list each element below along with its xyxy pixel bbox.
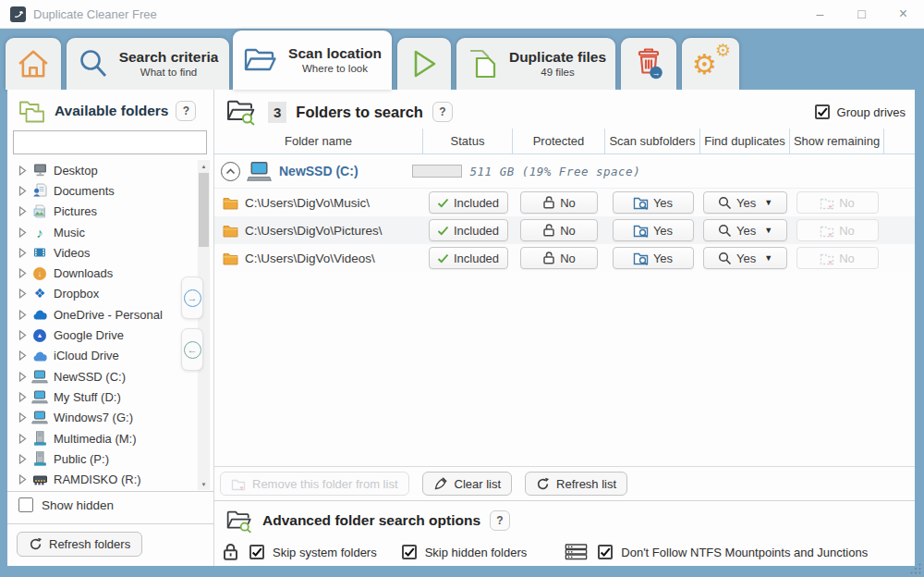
- protected-button[interactable]: No: [520, 219, 598, 241]
- refresh-list-button[interactable]: Refresh list: [525, 472, 627, 496]
- remove-folder-from-list-button[interactable]: ←: [181, 328, 203, 371]
- main-title: Folders to search: [296, 104, 423, 121]
- protected-button[interactable]: No: [520, 191, 598, 214]
- tree-item-downloads[interactable]: ↓ Downloads: [11, 263, 196, 283]
- expand-caret-icon[interactable]: [18, 310, 27, 320]
- skip-system-folders-checkbox[interactable]: [249, 545, 264, 559]
- show-remaining-button: No: [796, 191, 879, 214]
- tab-search-criteria[interactable]: Search criteriaWhat to find: [67, 38, 229, 90]
- column-protected[interactable]: Protected: [513, 129, 605, 153]
- expand-caret-icon[interactable]: [18, 248, 27, 258]
- tree-scrollbar[interactable]: ▲ ▼: [198, 160, 210, 490]
- scroll-up-arrow[interactable]: ▲: [198, 160, 210, 172]
- expand-caret-icon[interactable]: [18, 206, 27, 216]
- tree-item-ramdisko-r[interactable]: RAMDISKO (R:): [11, 469, 196, 489]
- tab-duplicate-files[interactable]: Duplicate files49 files: [456, 38, 615, 90]
- find-duplicates-dropdown[interactable]: Yes▼: [703, 219, 787, 241]
- table-row[interactable]: C:\Users\DigVo\Videos\ Included No Yes Y…: [214, 244, 915, 272]
- expand-caret-icon[interactable]: [18, 474, 27, 485]
- expand-caret-icon[interactable]: [18, 268, 27, 278]
- expand-caret-icon[interactable]: [18, 227, 27, 238]
- tab-label: Search criteria: [119, 49, 219, 66]
- tab-removal[interactable]: →: [621, 38, 676, 90]
- ntfs-mountpoints-checkbox[interactable]: [598, 545, 613, 559]
- scroll-down-arrow[interactable]: ▼: [198, 478, 210, 490]
- skip-hidden-folders-checkbox[interactable]: [402, 545, 417, 559]
- tree-item-multimedia-m[interactable]: Multimedia (M:): [11, 428, 196, 448]
- expand-caret-icon[interactable]: [18, 330, 27, 340]
- group-drives-checkbox[interactable]: [815, 104, 830, 119]
- find-duplicates-dropdown[interactable]: Yes▼: [703, 191, 787, 214]
- status-button[interactable]: Included: [429, 247, 508, 269]
- find-duplicates-dropdown[interactable]: Yes▼: [703, 247, 787, 269]
- tab-home[interactable]: [6, 38, 61, 90]
- tree-item-windows7-g[interactable]: Windows7 (G:): [11, 408, 196, 428]
- refresh-folders-button[interactable]: Refresh folders: [17, 532, 142, 557]
- folder-filter-input[interactable]: [13, 130, 207, 154]
- tree-item-newssd-c[interactable]: NewSSD (C:): [11, 366, 196, 387]
- tree-item-pictures[interactable]: Pictures: [11, 202, 196, 222]
- column-status[interactable]: Status: [423, 129, 513, 153]
- expand-caret-icon[interactable]: [18, 454, 27, 464]
- column-scan-subfolders[interactable]: Scan subfolders: [605, 129, 700, 153]
- divider: [7, 523, 213, 524]
- app-icon: [10, 6, 26, 22]
- clear-list-button[interactable]: Clear list: [422, 472, 513, 496]
- refresh-icon: [536, 477, 550, 491]
- tree-item-desktop[interactable]: Desktop: [11, 160, 196, 180]
- protected-button[interactable]: No: [520, 247, 598, 269]
- tab-settings[interactable]: ⚙ ⚙: [682, 38, 739, 90]
- tree-item-music[interactable]: ♪ Music: [11, 222, 196, 242]
- maximize-button[interactable]: □: [841, 6, 882, 21]
- tab-sublabel: What to find: [140, 67, 197, 79]
- table-row[interactable]: C:\Users\DigVo\Pictures\ Included No Yes…: [214, 216, 915, 244]
- show-hidden-checkbox[interactable]: [18, 497, 33, 512]
- check-icon: [437, 253, 449, 264]
- expand-caret-icon[interactable]: [18, 372, 27, 382]
- status-button[interactable]: Included: [429, 191, 508, 214]
- onedrive-icon: [31, 308, 48, 321]
- title-bar: Duplicate Cleaner Free – □ ×: [0, 0, 924, 29]
- expand-caret-icon[interactable]: [18, 412, 27, 423]
- close-button[interactable]: ×: [882, 6, 924, 22]
- scan-subfolders-button[interactable]: Yes: [613, 219, 694, 241]
- tab-scan-location[interactable]: Scan locationWhere to look: [233, 31, 392, 90]
- expand-caret-icon[interactable]: [18, 434, 27, 444]
- search-icon: [718, 224, 732, 238]
- expand-caret-icon[interactable]: [18, 350, 27, 361]
- documents-icon: [31, 183, 48, 198]
- scrollbar-thumb[interactable]: [199, 173, 209, 247]
- tree-item-videos[interactable]: Videos: [11, 242, 196, 263]
- show-remaining-button: No: [796, 247, 879, 269]
- tree-item-documents[interactable]: Documents: [11, 180, 196, 201]
- local-drive-icon: [31, 370, 48, 384]
- tree-item-icloud[interactable]: iCloud Drive: [11, 346, 196, 366]
- scan-subfolders-button[interactable]: Yes: [613, 191, 694, 214]
- minimize-button[interactable]: –: [799, 6, 841, 21]
- unlock-icon: [542, 251, 555, 265]
- tree-item-google-drive[interactable]: ▲ Google Drive: [11, 325, 196, 345]
- help-button-folders[interactable]: ?: [176, 101, 196, 121]
- add-folder-to-list-button[interactable]: →: [181, 276, 203, 319]
- expand-caret-icon[interactable]: [18, 392, 27, 402]
- column-folder-name[interactable]: Folder name: [214, 129, 423, 153]
- collapse-drive-button[interactable]: [221, 162, 240, 181]
- tab-run-scan[interactable]: [397, 38, 451, 90]
- help-button-search[interactable]: ?: [432, 102, 453, 122]
- help-button-advanced[interactable]: ?: [490, 510, 510, 531]
- scan-subfolders-button[interactable]: Yes: [613, 247, 694, 269]
- table-row[interactable]: C:\Users\DigVo\Music\ Included No Yes Ye…: [214, 189, 915, 216]
- status-button[interactable]: Included: [429, 219, 508, 241]
- expand-caret-icon[interactable]: [18, 288, 27, 299]
- tree-item-onedrive[interactable]: OneDrive - Personal: [11, 304, 196, 325]
- expand-caret-icon[interactable]: [18, 166, 27, 176]
- column-show-remaining[interactable]: Show remaining: [790, 129, 884, 153]
- column-find-duplicates[interactable]: Find duplicates: [700, 129, 790, 153]
- resize-grip[interactable]: [909, 562, 922, 575]
- group-drives-label: Group drives: [837, 105, 906, 119]
- tree-item-public-p[interactable]: Public (P:): [11, 448, 196, 469]
- folder-path: C:\Users\DigVo\Music\: [245, 196, 370, 210]
- expand-caret-icon[interactable]: [18, 186, 27, 196]
- tree-item-dropbox[interactable]: ❖ Dropbox: [11, 284, 196, 304]
- tree-item-mystuff-d[interactable]: My Stuff (D:): [11, 387, 196, 407]
